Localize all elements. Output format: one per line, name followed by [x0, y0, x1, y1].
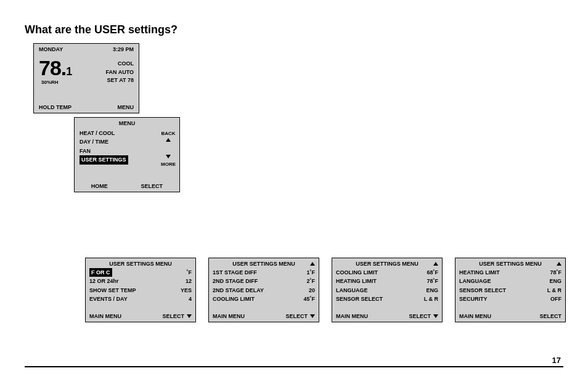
card-title: USER SETTINGS MENU [342, 261, 432, 267]
main-menu-button[interactable]: MAIN MENU [213, 313, 245, 319]
settings-row[interactable]: SENSOR SELECTL & R [336, 295, 438, 303]
scroll-down-icon[interactable] [433, 314, 438, 318]
select-button[interactable]: SELECT [285, 313, 315, 319]
row-label: 12 OR 24hr [89, 277, 119, 285]
home-button[interactable]: HOME [91, 183, 108, 189]
row-label: HEATING LIMIT [459, 268, 500, 277]
menu-item-day-time[interactable]: DAY / TIME [80, 137, 174, 146]
card-title: USER SETTINGS MENU [219, 261, 309, 267]
row-value: 1˚F [307, 268, 316, 277]
row-label: SENSOR SELECT [336, 295, 383, 303]
footer-rule [25, 366, 563, 367]
row-label: 1ST STAGE DIFF [213, 268, 257, 277]
settings-row[interactable]: SHOW SET TEMPYES [89, 286, 192, 295]
fan-mode: FAN AUTO [105, 68, 134, 77]
row-label: SHOW SET TEMP [89, 286, 136, 295]
settings-row[interactable]: COOLING LIMIT68˚F [336, 268, 438, 277]
row-label: LANGUAGE [336, 286, 368, 295]
temp-dec: 1 [66, 65, 71, 78]
menu-item-heat-cool[interactable]: HEAT / COOL [80, 129, 174, 137]
settings-row[interactable]: LANGUAGEENG [459, 277, 561, 285]
settings-card-1: USER SETTINGS MENUF OR C˚F12 OR 24hr12SH… [85, 258, 196, 322]
row-value: 4 [189, 295, 192, 303]
settings-row[interactable]: SECURITYOFF [459, 295, 561, 303]
settings-row[interactable]: 2ND STAGE DELAY20 [213, 286, 315, 295]
time-label: 3:29 PM [113, 46, 134, 52]
menu-title: MENU [75, 118, 179, 129]
settings-card-2: USER SETTINGS MENU1ST STAGE DIFF1˚F2ND S… [208, 258, 319, 322]
page-number: 17 [552, 356, 561, 365]
row-value: 78˚F [427, 277, 438, 285]
menu-item-fan[interactable]: FAN [80, 147, 174, 155]
page-title: What are the USER settings? [25, 23, 178, 36]
settings-card-4: USER SETTINGS MENUHEATING LIMIT78˚FLANGU… [455, 258, 566, 322]
humidity-label: 30%RH [41, 80, 59, 85]
row-label: SENSOR SELECT [459, 286, 506, 295]
main-menu-button[interactable]: MAIN MENU [89, 313, 121, 319]
row-label: COOLING LIMIT [336, 268, 378, 277]
card-title: USER SETTINGS MENU [465, 261, 555, 267]
settings-row[interactable]: HEATING LIMIT78˚F [336, 277, 438, 285]
row-label: COOLING LIMIT [213, 295, 255, 303]
select-button[interactable]: SELECT [409, 313, 438, 319]
thermostat-display: MONDAY 3:29 PM 78.1 30%RH COOL FAN AUTO … [33, 43, 139, 113]
menu-button[interactable]: MENU [118, 104, 134, 110]
row-label: F OR C [89, 268, 112, 277]
row-label: SECURITY [459, 295, 488, 303]
select-button[interactable]: SELECT [539, 313, 561, 319]
row-value: 2˚F [307, 277, 316, 285]
row-value: YES [181, 286, 192, 295]
scroll-up-icon[interactable] [433, 262, 438, 266]
settings-card-3: USER SETTINGS MENUCOOLING LIMIT68˚FHEATI… [332, 258, 443, 322]
row-label: HEATING LIMIT [336, 277, 377, 285]
day-label: MONDAY [39, 46, 63, 52]
settings-row[interactable]: F OR C˚F [89, 268, 192, 277]
menu-item-user-settings[interactable]: USER SETTINGS [80, 155, 128, 164]
more-label[interactable]: MORE [161, 161, 176, 168]
row-value: 20 [309, 286, 315, 295]
settings-row[interactable]: 2ND STAGE DIFF2˚F [213, 277, 315, 285]
row-value: ENG [549, 277, 561, 285]
row-value: L & R [547, 286, 561, 295]
arrow-down-icon[interactable] [166, 155, 171, 158]
hold-temp-button[interactable]: HOLD TEMP [39, 104, 71, 110]
row-value: 12 [186, 277, 192, 285]
card-title: USER SETTINGS MENU [96, 261, 186, 267]
settings-row[interactable]: COOLING LIMIT45˚F [213, 295, 315, 303]
row-value: ˚F [187, 268, 192, 277]
row-label: 2ND STAGE DELAY [213, 286, 264, 295]
scroll-up-icon[interactable] [557, 262, 561, 266]
row-value: L & R [424, 295, 438, 303]
row-value: 78˚F [550, 268, 561, 277]
scroll-down-icon[interactable] [187, 314, 192, 318]
settings-row[interactable]: 12 OR 24hr12 [89, 277, 192, 285]
settings-row[interactable]: HEATING LIMIT78˚F [459, 268, 561, 277]
set-at: SET AT 78 [105, 76, 134, 85]
temp-int: 78. [39, 56, 66, 80]
row-value: ENG [426, 286, 438, 295]
temperature-reading: 78.1 [39, 56, 71, 80]
settings-row[interactable]: 1ST STAGE DIFF1˚F [213, 268, 315, 277]
scroll-down-icon[interactable] [310, 314, 315, 318]
menu-panel: MENU HEAT / COOL DAY / TIME FAN USER SET… [74, 117, 180, 192]
main-menu-button[interactable]: MAIN MENU [459, 313, 491, 319]
row-value: OFF [550, 295, 561, 303]
row-value: 45˚F [303, 295, 315, 303]
main-menu-button[interactable]: MAIN MENU [336, 313, 368, 319]
settings-row[interactable]: SENSOR SELECTL & R [459, 286, 561, 295]
row-label: EVENTS / DAY [89, 295, 128, 303]
select-button[interactable]: SELECT [162, 313, 192, 319]
select-button[interactable]: SELECT [141, 183, 163, 189]
arrow-up-icon[interactable] [166, 138, 171, 142]
mode-cool: COOL [105, 60, 134, 68]
scroll-up-icon[interactable] [310, 262, 315, 266]
settings-row[interactable]: LANGUAGEENG [336, 286, 438, 295]
row-value: 68˚F [427, 268, 438, 277]
row-label: LANGUAGE [459, 277, 491, 285]
back-label[interactable]: BACK [161, 130, 176, 137]
settings-row[interactable]: EVENTS / DAY4 [89, 295, 192, 303]
row-label: 2ND STAGE DIFF [213, 277, 258, 285]
